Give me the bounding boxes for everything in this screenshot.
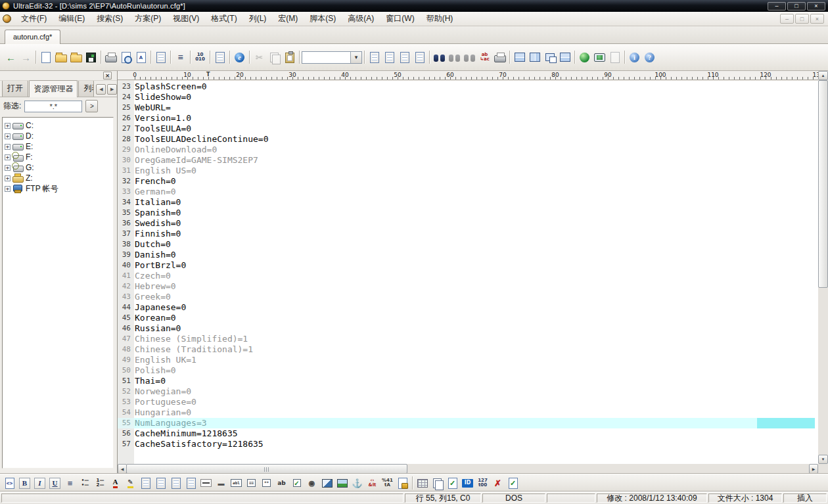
checkbox-icon[interactable]: ✓ [289,475,304,491]
sidebar-tab[interactable]: 列表 [78,80,94,97]
find-prev-icon[interactable] [447,49,462,65]
editor-line[interactable]: 24SlideShow=0 [118,92,818,103]
html-tag-icon[interactable]: <> [2,475,17,491]
line-text[interactable]: ToolsEULA=0 [134,124,191,134]
html-check-icon[interactable] [607,49,622,65]
protect-icon[interactable] [395,475,410,491]
editor-line[interactable]: 36Swedish=0 [118,218,818,229]
spell-check-icon[interactable] [212,49,227,65]
insert-hr-icon[interactable] [198,475,214,491]
web-globe-icon[interactable] [577,49,592,65]
editor-line[interactable]: 40PortBrzl=0 [118,260,818,271]
underline-icon[interactable]: U [47,475,62,491]
editor-line[interactable]: 44Japanese=0 [118,302,818,313]
hr-icon[interactable]: ▬ [214,475,229,491]
hex-edit-icon[interactable]: 10 010 [193,49,208,65]
minimize-button[interactable]: – [768,2,786,11]
replace-icon[interactable]: ab ↳ac [477,49,492,65]
restore-button[interactable]: □ [787,2,806,11]
line-text[interactable]: Version=1.0 [134,113,191,124]
close-button[interactable]: × [807,2,825,11]
line-text[interactable]: Japanese=0 [134,302,186,313]
editor-line[interactable]: 37Finnish=0 [118,229,818,239]
menu-item[interactable]: 脚本(S) [304,11,342,26]
align-justify-icon[interactable] [412,49,427,65]
editor-line[interactable]: 53Portuguese=0 [118,397,818,407]
sidebar-tab[interactable]: 打开 [2,80,28,97]
split-vertical-icon[interactable] [527,49,542,65]
paste-icon[interactable] [282,49,297,65]
id-icon[interactable]: ID [460,475,475,491]
expand-icon[interactable]: + [5,144,11,150]
radio-icon[interactable]: ◉ [304,475,319,491]
sidebar-close-icon[interactable]: ✕ [103,72,112,80]
line-text[interactable]: English UK=1 [134,355,196,365]
reformat-icon[interactable]: ≡ [173,49,188,65]
anchor-icon[interactable]: ⚓ [350,475,365,491]
line-text[interactable]: Hungarian=0 [134,407,191,418]
vertical-scrollbar-thumb[interactable] [818,80,828,288]
sidebar-tab[interactable]: 资源管理器 [29,80,78,97]
scroll-left-icon[interactable]: ◀ [118,464,127,474]
line-text[interactable]: CacheMinimum=1218635 [134,428,238,439]
text-editor[interactable]: 23SplashScreen=024SlideShow=025WebURL=26… [118,81,818,464]
align-right-icon[interactable] [397,49,412,65]
context-help-icon[interactable]: ? [642,49,657,65]
line-text[interactable]: Polish=0 [134,365,176,376]
line-text[interactable]: WebURL= [134,103,171,113]
line-text[interactable]: NumLanguages=3 [134,418,818,428]
xml-check-icon[interactable]: ✓ [505,475,520,491]
editor-line[interactable]: 48Chinese (Traditional)=1 [118,344,818,355]
editor-line[interactable]: 25WebURL= [118,103,818,113]
editor-line[interactable]: 23SplashScreen=0 [118,81,818,92]
editor-line[interactable]: 30OregGameId=GAME-SIMS2EP7 [118,155,818,166]
copy-rows-icon[interactable] [430,475,445,491]
new-window-icon[interactable] [542,49,557,65]
font-icon[interactable]: A [133,49,149,65]
line-text[interactable]: ToolsEULADeclineContinue=0 [134,134,269,145]
line-text[interactable]: Spanish=0 [134,208,181,218]
expand-icon[interactable]: + [5,175,11,181]
line-text[interactable]: Czech=0 [134,271,171,281]
line-text[interactable]: Italian=0 [134,197,181,208]
cut-icon[interactable]: ✂ [252,49,267,65]
highlight-icon[interactable]: ✎ [123,475,138,491]
replace-in-files-icon[interactable] [492,49,507,65]
editor-line[interactable]: 55NumLanguages=3 [118,418,818,428]
editor-line[interactable]: 26Version=1.0 [118,113,818,124]
image-icon[interactable] [319,475,334,491]
editor-line[interactable]: 45Korean=0 [118,313,818,323]
line-text[interactable]: French=0 [134,176,176,187]
line-text[interactable]: Swedish=0 [134,218,181,229]
menu-item[interactable]: 搜索(S) [91,11,129,26]
horizontal-scrollbar-thumb[interactable] [126,464,407,474]
line-text[interactable]: Danish=0 [134,250,176,260]
back-icon[interactable]: ← [3,49,18,65]
indent-icon[interactable]: ≡ [62,475,78,491]
line-text[interactable]: Russian=0 [134,323,181,334]
editor-line[interactable]: 54Hungarian=0 [118,407,818,418]
find-next-icon[interactable] [462,49,477,65]
expand-icon[interactable]: + [5,123,11,129]
editor-line[interactable]: 51Thai=0 [118,376,818,386]
align2-right-icon[interactable] [168,475,183,491]
line-text[interactable]: Dutch=0 [134,239,171,250]
italic-icon[interactable]: I [32,475,47,491]
editor-line[interactable]: 46Russian=0 [118,323,818,334]
scroll-up-icon[interactable]: ▲ [818,71,828,80]
editor-line[interactable]: 49English UK=1 [118,355,818,365]
tree-item[interactable]: +Z: [5,173,113,183]
line-text[interactable]: SlideShow=0 [134,92,191,103]
align-center-icon[interactable] [382,49,397,65]
editor-line[interactable]: 47Chinese (Simplified)=1 [118,334,818,344]
editor-line[interactable]: 38Dutch=0 [118,239,818,250]
menu-item[interactable]: 帮助(H) [421,11,459,26]
editor-line[interactable]: 52Norwegian=0 [118,386,818,397]
tree-item[interactable]: +FTP 帐号 [5,183,113,194]
line-text[interactable]: OregGameId=GAME-SIMS2EP7 [134,155,258,166]
delete-icon[interactable]: ✗ [490,475,505,491]
line-text[interactable]: CacheSatisfactory=1218635 [134,439,264,449]
password-field-icon[interactable]: ** [259,475,274,491]
editor-line[interactable]: 50Polish=0 [118,365,818,376]
menu-item[interactable]: 高级(A) [342,11,380,26]
